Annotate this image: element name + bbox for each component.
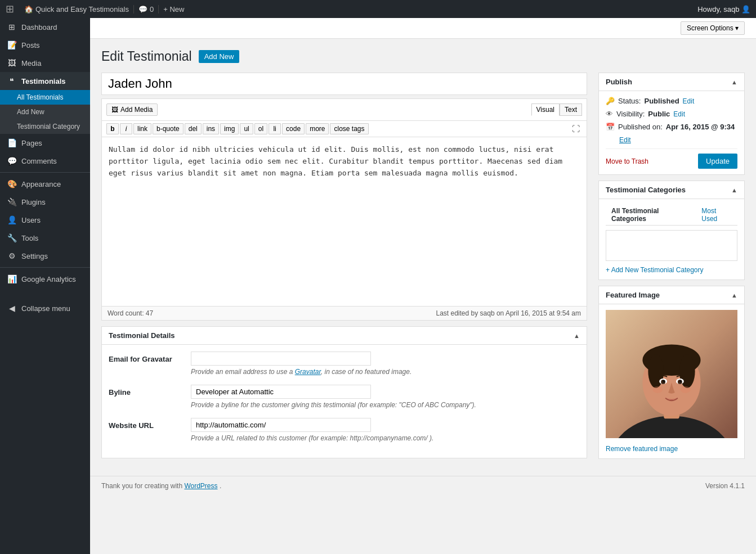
- status-edit-link[interactable]: Edit: [683, 97, 695, 105]
- fmt-code[interactable]: code: [282, 123, 305, 134]
- add-new-category-link[interactable]: + Add New Testimonial Category: [606, 266, 704, 274]
- visibility-label: Visibility:: [616, 110, 645, 118]
- adminbar-comments[interactable]: 💬 0: [134, 5, 159, 13]
- sidebar-item-media[interactable]: 🖼 Media: [0, 54, 90, 72]
- fmt-ul[interactable]: ul: [240, 123, 253, 134]
- visibility-edit-link[interactable]: Edit: [673, 110, 685, 118]
- fullscreen-button[interactable]: ⛶: [570, 123, 582, 134]
- fmt-bold[interactable]: b: [106, 123, 119, 134]
- category-list-box: [606, 230, 737, 261]
- fmt-ol[interactable]: ol: [254, 123, 267, 134]
- sidebar-label-users: Users: [21, 216, 41, 224]
- sidebar-label-appearance: Appearance: [21, 180, 61, 188]
- fmt-bquote[interactable]: b-quote: [153, 123, 184, 134]
- email-input[interactable]: [191, 352, 371, 366]
- last-edited: Last edited by saqb on April 16, 2015 at…: [436, 309, 581, 317]
- sidebar-label-collapse: Collapse menu: [21, 304, 70, 313]
- cat-tab-most-used[interactable]: Most Used: [696, 205, 737, 225]
- submenu-all-testimonials[interactable]: All Testimonials: [0, 90, 90, 105]
- testimonials-icon: ❝: [7, 76, 17, 85]
- testimonial-details-header[interactable]: Testimonial Details ▲: [102, 327, 587, 345]
- categories-box-header[interactable]: Testimonial Categories ▲: [599, 181, 744, 199]
- page-footer: Thank you for creating with WordPress . …: [90, 476, 756, 496]
- byline-row: Byline Provide a byline for the customer…: [109, 385, 580, 409]
- sidebar-item-plugins[interactable]: 🔌 Plugins: [0, 193, 90, 211]
- footer-thank-you-after: .: [220, 482, 221, 490]
- fmt-italic[interactable]: i: [120, 123, 132, 134]
- sidebar-item-appearance[interactable]: 🎨 Appearance: [0, 175, 90, 193]
- testimonial-details-title: Testimonial Details: [109, 331, 175, 340]
- sidebar: ⊞ Dashboard 📝 Posts 🖼 Media ❝ Testimonia…: [0, 18, 90, 554]
- categories-toggle-icon: ▲: [731, 187, 737, 193]
- fmt-del[interactable]: del: [185, 123, 202, 134]
- featured-image-title: Featured Image: [606, 291, 660, 299]
- add-media-button[interactable]: 🖼 Add Media: [106, 103, 158, 116]
- status-icon: 🔑: [606, 97, 615, 105]
- published-value: Apr 16, 2015 @ 9:34: [666, 123, 735, 131]
- featured-image-header[interactable]: Featured Image ▲: [599, 286, 744, 304]
- add-new-button[interactable]: Add New: [199, 50, 240, 63]
- sidebar-label-analytics: Google Analytics: [21, 275, 76, 283]
- editor-box: 🖼 Add Media Visual Text b i: [101, 98, 587, 321]
- tab-visual[interactable]: Visual: [531, 103, 560, 116]
- comments-icon: 💬: [138, 5, 147, 13]
- adminbar-user[interactable]: Howdy, saqb 👤: [697, 5, 750, 13]
- published-edit-link[interactable]: Edit: [619, 136, 631, 144]
- sidebar-item-testimonials[interactable]: ❝ Testimonials: [0, 72, 90, 90]
- cat-tab-all[interactable]: All Testimonial Categories: [606, 205, 696, 225]
- editor-footer: Word count: 47 Last edited by saqb on Ap…: [102, 306, 587, 320]
- sidebar-item-users[interactable]: 👤 Users: [0, 211, 90, 229]
- remove-featured-image-link[interactable]: Remove featured image: [606, 445, 678, 453]
- publish-box-header[interactable]: Publish ▲: [599, 73, 744, 91]
- sidebar-item-pages[interactable]: 📄 Pages: [0, 134, 90, 152]
- page-header: Edit Testimonial Add New: [101, 44, 745, 64]
- sidebar-item-collapse[interactable]: ◀ Collapse menu: [0, 299, 90, 317]
- sidebar-label-tools: Tools: [21, 234, 38, 242]
- editor-toolbar-top: 🖼 Add Media Visual Text: [102, 99, 587, 121]
- featured-image-box: Featured Image ▲: [598, 286, 745, 459]
- edit-layout: 🖼 Add Media Visual Text b i: [101, 73, 745, 465]
- fmt-img[interactable]: img: [220, 123, 239, 134]
- sidebar-item-posts[interactable]: 📝 Posts: [0, 36, 90, 54]
- gravatar-link[interactable]: Gravatar: [295, 368, 321, 376]
- sidebar-label-posts: Posts: [21, 41, 40, 49]
- url-input[interactable]: [191, 418, 371, 432]
- editor-content[interactable]: Nullam id dolor id nibh ultricies vehicu…: [102, 137, 587, 306]
- pages-icon: 📄: [7, 138, 17, 147]
- sidebar-item-dashboard[interactable]: ⊞ Dashboard: [0, 18, 90, 36]
- fmt-link[interactable]: link: [133, 123, 151, 134]
- fmt-li[interactable]: li: [269, 123, 281, 134]
- admin-bar: ⊞ 🏠 Quick and Easy Testimonials 💬 0 + Ne…: [0, 0, 756, 18]
- sidebar-item-analytics[interactable]: 📊 Google Analytics: [0, 270, 90, 288]
- sidebar-item-tools[interactable]: 🔧 Tools: [0, 229, 90, 247]
- categories-title: Testimonial Categories: [606, 186, 686, 194]
- post-title-input[interactable]: [101, 73, 587, 95]
- submenu-add-new[interactable]: Add New: [0, 105, 90, 119]
- byline-input[interactable]: [191, 385, 371, 399]
- sidebar-item-comments[interactable]: 💬 Comments: [0, 152, 90, 170]
- users-icon: 👤: [7, 215, 17, 224]
- site-name-text: Quick and Easy Testimonials: [35, 5, 129, 13]
- published-row: 📅 Published on: Apr 16, 2015 @ 9:34: [606, 123, 737, 131]
- fmt-more[interactable]: more: [306, 123, 329, 134]
- sidebar-item-settings[interactable]: ⚙ Settings: [0, 247, 90, 265]
- submenu-testimonial-category[interactable]: Testimonial Category: [0, 119, 90, 134]
- adminbar-site-name[interactable]: 🏠 Quick and Easy Testimonials: [20, 5, 134, 13]
- howdy-text: Howdy, saqb: [697, 5, 739, 13]
- tab-text[interactable]: Text: [560, 103, 582, 116]
- move-to-trash-link[interactable]: Move to Trash: [606, 157, 648, 165]
- wordpress-link[interactable]: WordPress: [184, 482, 217, 490]
- all-testimonials-label: All Testimonials: [17, 93, 63, 101]
- category-tabs: All Testimonial Categories Most Used: [606, 205, 737, 226]
- screen-options-bar: Screen Options ▾: [90, 18, 756, 39]
- fmt-ins[interactable]: ins: [203, 123, 219, 134]
- dashboard-icon: ⊞: [7, 22, 17, 31]
- screen-options-button[interactable]: Screen Options ▾: [681, 21, 745, 35]
- screen-options-label: Screen Options ▾: [687, 24, 739, 32]
- update-button[interactable]: Update: [698, 154, 737, 169]
- email-label: Email for Gravatar: [109, 352, 182, 363]
- fmt-close-tags[interactable]: close tags: [330, 123, 368, 134]
- visibility-row: 👁 Visibility: Public Edit: [606, 110, 737, 118]
- featured-image-content: Remove featured image: [599, 304, 744, 458]
- adminbar-new[interactable]: + New: [159, 5, 189, 13]
